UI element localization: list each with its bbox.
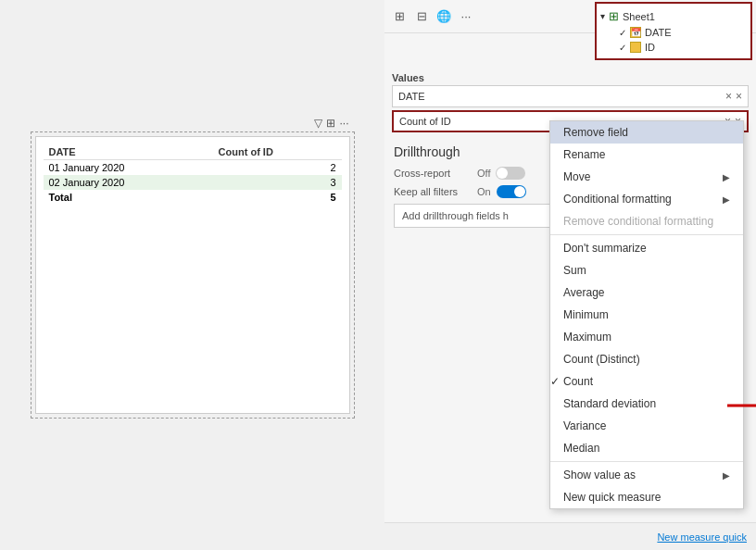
- menu-item-label: Minimum: [563, 308, 609, 321]
- menu-item-don't-summarize[interactable]: Don't summarize: [550, 237, 743, 259]
- menu-item-label: Variance: [563, 419, 606, 432]
- cross-report-toggle[interactable]: [496, 167, 525, 180]
- date-cell: 02 January 2020: [44, 175, 213, 190]
- data-table-container: ▽ ⊞ ··· DATE Count of ID 01 January 2020…: [35, 136, 350, 414]
- total-row: Total 5: [44, 190, 342, 205]
- add-drillthrough-btn[interactable]: Add drillthrough fields h: [394, 204, 561, 228]
- cross-report-state: Off: [477, 168, 490, 179]
- menu-item-rename[interactable]: Rename: [550, 144, 743, 166]
- fields-panel: ▾ ⊞ Sheet1 ✓ 📅 DATE ✓ ID: [595, 2, 752, 60]
- date-pill-close-icon[interactable]: ×: [736, 90, 742, 103]
- date-check: ✓: [619, 28, 626, 38]
- menu-item-arrow: ▶: [723, 470, 730, 481]
- add-drillthrough-text: Add drillthrough fields h: [402, 210, 509, 221]
- sheet-chevron: ▾: [600, 11, 605, 21]
- date-pill-text: DATE: [398, 91, 425, 102]
- globe-icon[interactable]: 🌐: [435, 7, 453, 26]
- menu-item-standard-deviation[interactable]: Standard deviation: [550, 393, 743, 415]
- menu-item-label: Maximum: [563, 331, 611, 344]
- date-label: DATE: [645, 27, 672, 38]
- menu-item-label: Conditional formatting: [563, 193, 672, 206]
- id-icon: [630, 42, 641, 53]
- menu-item-label: Don't summarize: [563, 242, 647, 255]
- menu-item-count-(distinct)[interactable]: Count (Distinct): [550, 348, 743, 370]
- menu-item-label: Count: [563, 375, 593, 388]
- menu-item-new-quick-measure[interactable]: New quick measure: [550, 486, 743, 508]
- table-row: 02 January 2020 3: [44, 175, 342, 190]
- menu-item-label: Move: [563, 170, 590, 183]
- count-id-pill-text: Count of ID: [399, 116, 451, 127]
- sheet-row[interactable]: ▾ ⊞ Sheet1: [600, 7, 747, 25]
- values-label: Values: [392, 72, 749, 83]
- menu-item-label: Count (Distinct): [563, 353, 640, 366]
- date-pill-x-icon[interactable]: ×: [725, 90, 732, 103]
- menu-item-arrow: ▶: [723, 172, 730, 182]
- sheet-icon: ⊞: [609, 9, 619, 23]
- total-label: Total: [44, 190, 213, 205]
- right-panel: ⊞ ⊟ 🌐 ··· R Py ▾ ⊞ Sheet1 ✓ 📅 DATE ✓ ID: [384, 0, 756, 550]
- menu-item-count[interactable]: Count: [550, 370, 743, 393]
- menu-item-maximum[interactable]: Maximum: [550, 326, 743, 348]
- filter-icon[interactable]: ▽: [314, 117, 322, 130]
- count-cell: 2: [213, 160, 342, 176]
- expand-icon[interactable]: ⊞: [326, 117, 335, 130]
- more-icon[interactable]: ···: [339, 117, 348, 130]
- data-table: DATE Count of ID 01 January 2020 2 02 Ja…: [44, 144, 342, 205]
- table-icon[interactable]: ⊟: [412, 7, 431, 26]
- menu-item-remove-conditional-formatting: Remove conditional formatting: [550, 210, 743, 232]
- count-cell: 3: [213, 175, 342, 190]
- col-date: DATE: [44, 144, 213, 160]
- menu-divider: [550, 234, 743, 235]
- menu-item-move[interactable]: Move▶: [550, 166, 743, 188]
- date-pill-icons: × ×: [725, 90, 742, 103]
- arrow-svg: [727, 396, 756, 415]
- col-count: Count of ID: [213, 144, 342, 160]
- bottom-bar: New measure quick: [384, 522, 756, 550]
- keep-filters-state: On: [477, 186, 491, 197]
- menu-item-show-value-as[interactable]: Show value as▶: [550, 464, 743, 486]
- arrow-indicator: [727, 396, 756, 415]
- grid-icon[interactable]: ⊞: [390, 7, 409, 26]
- menu-item-minimum[interactable]: Minimum: [550, 304, 743, 326]
- cross-report-thumb: [497, 168, 508, 179]
- menu-divider: [550, 461, 743, 462]
- menu-item-arrow: ▶: [723, 194, 730, 205]
- date-icon: 📅: [630, 27, 641, 38]
- cross-report-label: Cross-report: [394, 168, 477, 179]
- menu-item-variance[interactable]: Variance: [550, 415, 743, 437]
- new-measure-quick-link[interactable]: New measure quick: [657, 531, 747, 543]
- more-toolbar-icon[interactable]: ···: [457, 7, 475, 26]
- total-value: 5: [213, 190, 342, 205]
- keep-filters-toggle[interactable]: [497, 185, 526, 198]
- keep-filters-label: Keep all filters: [394, 186, 477, 197]
- id-row[interactable]: ✓ ID: [619, 40, 747, 55]
- menu-item-label: Standard deviation: [563, 397, 656, 410]
- menu-item-sum[interactable]: Sum: [550, 259, 743, 281]
- date-pill[interactable]: DATE × ×: [392, 85, 749, 107]
- menu-item-median[interactable]: Median: [550, 437, 743, 459]
- table-row: 01 January 2020 2: [44, 160, 342, 176]
- id-label: ID: [645, 42, 655, 53]
- menu-item-average[interactable]: Average: [550, 281, 743, 304]
- menu-item-label: Sum: [563, 264, 586, 277]
- menu-item-label: Rename: [563, 148, 605, 161]
- left-panel: ▽ ⊞ ··· DATE Count of ID 01 January 2020…: [0, 0, 384, 550]
- menu-item-remove-field[interactable]: Remove field: [550, 121, 743, 144]
- date-cell: 01 January 2020: [44, 160, 213, 176]
- menu-item-conditional-formatting[interactable]: Conditional formatting▶: [550, 188, 743, 210]
- menu-item-label: Average: [563, 286, 604, 299]
- date-row[interactable]: ✓ 📅 DATE: [619, 25, 747, 40]
- menu-item-label: New quick measure: [563, 491, 661, 504]
- menu-item-label: Show value as: [563, 469, 636, 481]
- filter-icons: ▽ ⊞ ···: [314, 117, 348, 130]
- sheet-label: Sheet1: [623, 11, 655, 22]
- menu-item-label: Remove field: [563, 126, 628, 139]
- menu-item-label: Remove conditional formatting: [563, 215, 713, 228]
- keep-filters-thumb: [514, 186, 525, 197]
- context-menu: Remove fieldRenameMove▶Conditional forma…: [549, 120, 744, 509]
- id-check: ✓: [619, 43, 626, 53]
- menu-item-label: Median: [563, 442, 599, 455]
